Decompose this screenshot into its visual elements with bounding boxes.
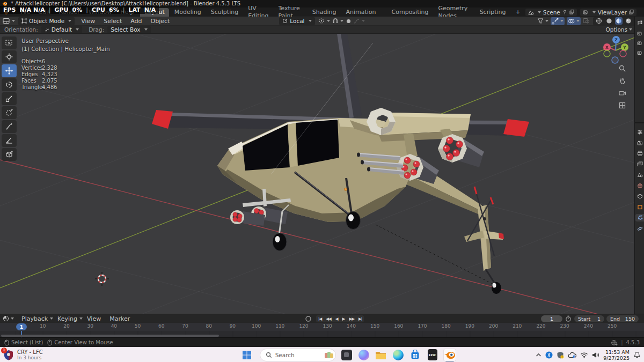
timeline-tick[interactable]: 160 — [392, 323, 405, 329]
proportional-editing-button[interactable] — [346, 18, 352, 24]
taskbar-app-epic[interactable]: EPIC — [426, 349, 439, 361]
overlays-button[interactable] — [567, 17, 581, 25]
timeline-menu-playback[interactable]: Playback — [17, 314, 52, 323]
new-scene-icon[interactable] — [569, 10, 574, 14]
add-workspace-button[interactable]: + — [511, 8, 525, 17]
tool-scale[interactable] — [2, 92, 17, 105]
pivot-point-button[interactable] — [318, 18, 330, 24]
timeline-tick[interactable]: 220 — [535, 323, 547, 329]
timeline-tick[interactable]: 10 — [36, 323, 49, 329]
shading-wireframe-icon[interactable] — [596, 18, 602, 24]
timeline-tick[interactable]: 240 — [582, 323, 595, 329]
tool-annotate[interactable] — [2, 120, 17, 133]
tray-chevron-icon[interactable] — [536, 353, 541, 357]
mode-selector[interactable]: Object Mode — [18, 17, 75, 25]
timeline-tick[interactable]: 130 — [321, 323, 334, 329]
timeline-tick[interactable]: 110 — [274, 323, 287, 329]
timeline-menu-view[interactable]: View — [83, 314, 105, 323]
gizmos-button[interactable] — [551, 17, 565, 25]
tool-rotate[interactable] — [2, 78, 17, 91]
gizmo-neg-x-ball[interactable] — [620, 50, 626, 57]
tab-modifier-properties[interactable] — [635, 214, 644, 221]
timeline-tick[interactable]: 170 — [416, 323, 429, 329]
menu-view[interactable]: View — [77, 17, 99, 26]
tab-animation[interactable]: Animation — [341, 8, 380, 17]
transform-orientation-selector[interactable]: Local — [279, 17, 314, 25]
timeline-tick[interactable]: 100 — [250, 323, 263, 329]
timeline-menu-marker[interactable]: Marker — [105, 314, 134, 323]
tab-sculpting[interactable]: Sculpting — [207, 8, 243, 17]
tab-compositing[interactable]: Compositing — [387, 8, 433, 17]
volume-icon[interactable] — [592, 352, 599, 358]
search-box[interactable]: Search — [260, 349, 336, 361]
new-view-layer-icon[interactable] — [629, 10, 634, 14]
toggle-ortho-icon[interactable] — [617, 100, 627, 110]
scene-selector[interactable]: Scene — [525, 9, 577, 16]
onedrive-cloud-icon[interactable]: i — [568, 352, 576, 358]
bluetooth-icon[interactable] — [545, 351, 553, 359]
notification-bell-icon[interactable] — [633, 351, 641, 359]
tab-view-layer-properties[interactable] — [636, 160, 643, 168]
timeline-tick[interactable]: 80 — [202, 323, 215, 329]
timeline-tick[interactable]: 230 — [558, 323, 571, 329]
current-frame-field[interactable]: 1 — [541, 315, 562, 322]
timeline-tick[interactable]: 40 — [107, 323, 120, 329]
pan-icon[interactable] — [617, 76, 627, 85]
tab-render-properties[interactable] — [636, 139, 643, 146]
options-button[interactable]: Options — [605, 26, 632, 33]
menu-select[interactable]: Select — [99, 17, 126, 26]
timeline-scrollbar[interactable] — [1, 335, 219, 337]
timeline-editor-type-button[interactable] — [3, 315, 14, 322]
properties-editor-icon[interactable] — [636, 128, 643, 136]
tab-shading[interactable]: Shading — [308, 8, 341, 17]
stopwatch-icon[interactable] — [565, 315, 572, 322]
orientation-setting-dropdown[interactable]: Default — [41, 26, 82, 33]
gizmo-neg-z-ball[interactable] — [612, 57, 618, 63]
play-button[interactable]: ▶ — [340, 316, 347, 321]
editor-type-button[interactable] — [3, 18, 15, 24]
pin-icon[interactable] — [562, 10, 567, 14]
security-shield-icon[interactable]: ! — [557, 351, 564, 359]
taskbar-clock[interactable]: 11:53 AM 9/27/2025 — [603, 349, 630, 361]
proportional-falloff-button[interactable] — [354, 18, 365, 24]
zoom-icon[interactable] — [617, 63, 627, 73]
frame-end-field[interactable]: End 150 — [606, 315, 639, 322]
tool-add-cube[interactable] — [2, 148, 17, 161]
taskbar-app-dark[interactable] — [340, 349, 353, 361]
tab-scene-properties[interactable] — [636, 171, 643, 179]
timeline-tick[interactable]: 70 — [179, 323, 192, 329]
navigation-gizmo[interactable]: X Y Z — [599, 34, 632, 67]
timeline-ruler[interactable]: 1 10203040506070809010011012013014015016… — [0, 323, 644, 331]
timeline-tick[interactable]: 140 — [345, 323, 357, 329]
taskbar-app-edge[interactable] — [392, 349, 405, 361]
timeline-tick[interactable]: 250 — [606, 323, 619, 329]
timeline-tick[interactable]: 60 — [155, 323, 168, 329]
tab-physics-properties[interactable] — [636, 225, 643, 232]
shading-material-icon[interactable] — [616, 18, 622, 24]
taskbar-app-file-explorer[interactable] — [375, 349, 387, 361]
gizmo-neg-y-ball[interactable] — [604, 50, 610, 57]
xray-button[interactable] — [583, 18, 590, 24]
start-button[interactable] — [240, 349, 253, 361]
current-frame-indicator[interactable]: 1 — [16, 323, 27, 330]
timeline-tick[interactable]: 30 — [84, 323, 97, 329]
timeline-tick[interactable]: 90 — [226, 323, 239, 329]
menu-object[interactable]: Object — [147, 17, 174, 26]
menu-add[interactable]: Add — [126, 17, 146, 26]
outliner-object-camera-icon[interactable] — [636, 49, 643, 56]
taskbar-app-blender[interactable] — [443, 349, 456, 361]
outliner-editor-icon[interactable] — [636, 19, 643, 26]
tool-cursor[interactable] — [2, 50, 17, 63]
timeline-tick[interactable]: 120 — [297, 323, 310, 329]
timeline-tick[interactable]: 180 — [440, 323, 452, 329]
tab-modeling[interactable]: Modeling — [170, 8, 206, 17]
timeline-tick[interactable]: 20 — [60, 323, 73, 329]
tab-collection-properties[interactable] — [636, 193, 643, 200]
tool-move[interactable] — [2, 64, 17, 77]
wifi-icon[interactable] — [580, 352, 588, 358]
next-keyframe-button[interactable]: ▶▶ — [347, 316, 356, 321]
timeline-tick[interactable]: 210 — [511, 323, 524, 329]
timeline-tick[interactable]: 190 — [463, 323, 476, 329]
tool-measure[interactable] — [2, 134, 17, 147]
jump-to-start-button[interactable]: |◀ — [316, 316, 324, 321]
